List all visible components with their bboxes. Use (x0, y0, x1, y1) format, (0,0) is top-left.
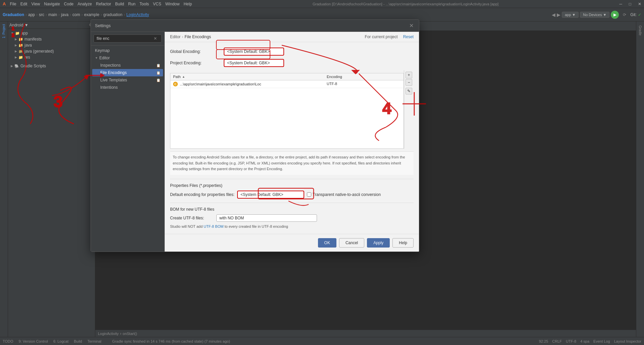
file-table-with-actions: Path ▲ Encoding (170, 70, 414, 149)
dialog-overlay: Settings ✕ ✕ Keymap ▼ Editor (0, 0, 644, 345)
nav-editor-arrow: ▼ (95, 56, 98, 60)
dialog-footer: OK Cancel Apply Help (165, 234, 419, 252)
global-encoding-select[interactable]: <System Default: GBK> (224, 48, 284, 56)
edit-row-button[interactable]: ✎ (406, 88, 412, 94)
nav-tree: Keymap ▼ Editor Inspections 📋 File Encod… (91, 46, 164, 252)
dialog-close-button[interactable]: ✕ (408, 22, 415, 29)
bom-select[interactable]: with NO BOM (216, 214, 317, 222)
nav-live-templates-label: Live Templates (100, 78, 127, 82)
breadcrumb-editor: Editor (170, 34, 180, 39)
table-action-buttons: + − ✎ (404, 70, 414, 149)
global-encoding-label: Global Encoding: (170, 49, 224, 54)
breadcrumb-current: File Encodings (184, 34, 211, 39)
settings-dialog: Settings ✕ ✕ Keymap ▼ Editor (91, 19, 419, 252)
nav-inspections-label: Inspections (100, 63, 121, 68)
c-icon: C (173, 82, 178, 86)
reset-button[interactable]: Reset (403, 34, 414, 39)
bom-create-row: Create UTF-8 files: with NO BOM (170, 214, 414, 222)
table-header-path[interactable]: Path ▲ (170, 73, 324, 80)
search-clear-icon[interactable]: ✕ (154, 36, 157, 41)
props-content: Properties Files (*.properties) Default … (170, 183, 414, 199)
table-header: Path ▲ Encoding (170, 73, 404, 80)
nav-intentions[interactable]: Intentions (92, 84, 163, 91)
dialog-content-header: Editor › File Encodings For current proj… (165, 32, 419, 42)
dialog-title-bar: Settings ✕ (91, 20, 419, 32)
header-right: For current project Reset (365, 34, 414, 39)
table-row[interactable]: C ...\app\src\main\java\com\example\grad… (170, 80, 404, 88)
section-divider-1 (170, 179, 414, 179)
bom-dropdown-wrap: with NO BOM (216, 214, 317, 222)
bom-section-title: BOM for new UTF-8 files (170, 207, 414, 212)
dialog-nav: ✕ Keymap ▼ Editor Inspections 📋 File Enc… (91, 32, 165, 252)
search-wrap: ✕ (94, 34, 162, 43)
nav-inspections-icon: 📋 (156, 64, 160, 67)
file-table-main: Path ▲ Encoding (170, 70, 404, 149)
search-box: ✕ (91, 32, 164, 46)
bom-note-link[interactable]: UTF-8 BOM (204, 224, 223, 228)
dialog-content: Editor › File Encodings For current proj… (165, 32, 419, 252)
row-encoding-value: UTF-8 (327, 82, 337, 86)
transparent-checkbox-label[interactable]: Transparent native-to-ascii conversion (307, 192, 381, 197)
info-text: To change encoding Android Studio uses f… (170, 151, 414, 175)
nav-inspections[interactable]: Inspections 📋 (92, 62, 163, 69)
for-current-project-tab[interactable]: For current project (365, 34, 398, 39)
content-area: Global Encoding: <System Default: GBK> P… (165, 42, 419, 234)
nav-editor-label: Editor (99, 56, 110, 60)
nav-intentions-label: Intentions (100, 85, 118, 90)
row-path-value: ...\app\src\main\java\com\example\gradua… (180, 82, 261, 86)
encoding-header-label: Encoding (327, 75, 342, 79)
content-breadcrumb: Editor › File Encodings (170, 34, 211, 39)
nav-keymap[interactable]: Keymap (92, 47, 163, 54)
props-section-title: Properties Files (*.properties) (170, 183, 414, 188)
transparent-checkbox[interactable] (307, 192, 311, 197)
search-input[interactable] (94, 34, 162, 43)
dialog-title: Settings (95, 23, 408, 28)
apply-button[interactable]: Apply (367, 238, 390, 248)
table-cell-encoding: UTF-8 (324, 80, 404, 88)
props-section: Properties Files (*.properties) Default … (170, 183, 414, 199)
nav-file-encodings-icon: 📋 (156, 71, 160, 75)
path-sort-icon: ▲ (182, 75, 185, 78)
nav-file-encodings-label: File Encodings (100, 70, 127, 75)
props-encoding-row: Default encoding for properties files: <… (170, 191, 414, 199)
cancel-button[interactable]: Cancel (339, 238, 364, 248)
ok-button[interactable]: OK (318, 238, 336, 248)
breadcrumb-separator: › (182, 34, 183, 39)
transparent-label-text: Transparent native-to-ascii conversion (313, 192, 381, 197)
section-divider-2 (170, 203, 414, 203)
bom-note-prefix: Studio will NOT add (170, 224, 204, 228)
project-encoding-label: Project Encoding: (170, 61, 224, 65)
help-button[interactable]: Help (392, 238, 414, 248)
props-encoding-dropdown-wrap: <System Default: GBK> (237, 191, 304, 199)
nav-live-templates-icon: 📋 (156, 78, 160, 82)
bom-section: BOM for new UTF-8 files Create UTF-8 fil… (170, 207, 414, 228)
file-table: Path ▲ Encoding (170, 73, 404, 149)
bom-note-suffix: to every created file in UTF-8 encoding (223, 224, 288, 228)
bom-note: Studio will NOT add UTF-8 BOM to every c… (170, 224, 414, 228)
table-cell-path: C ...\app\src\main\java\com\example\grad… (170, 80, 324, 88)
props-encoding-select[interactable]: <System Default: GBK> (237, 191, 304, 199)
global-encoding-dropdown-wrap: <System Default: GBK> (224, 48, 284, 56)
props-default-label: Default encoding for properties files: (170, 192, 234, 197)
table-empty-area (170, 88, 404, 148)
dialog-body: ✕ Keymap ▼ Editor Inspections 📋 File Enc… (91, 32, 419, 252)
project-encoding-row: Project Encoding: <System Default: GBK> (170, 59, 414, 67)
project-encoding-select[interactable]: <System Default: GBK> (224, 59, 284, 67)
bom-create-label: Create UTF-8 files: (170, 216, 214, 220)
add-row-button[interactable]: + (406, 72, 412, 78)
nav-file-encodings[interactable]: File Encodings 📋 (92, 69, 163, 76)
table-header-encoding[interactable]: Encoding (324, 73, 404, 80)
project-encoding-dropdown-wrap: <System Default: GBK> (224, 59, 284, 67)
file-table-section: Path ▲ Encoding (170, 70, 414, 149)
path-header-label: Path (173, 75, 181, 79)
nav-editor-section[interactable]: ▼ Editor (92, 54, 163, 62)
global-encoding-row: Global Encoding: <System Default: GBK> (170, 48, 414, 56)
remove-row-button[interactable]: − (406, 79, 412, 86)
nav-live-templates[interactable]: Live Templates 📋 (92, 76, 163, 84)
